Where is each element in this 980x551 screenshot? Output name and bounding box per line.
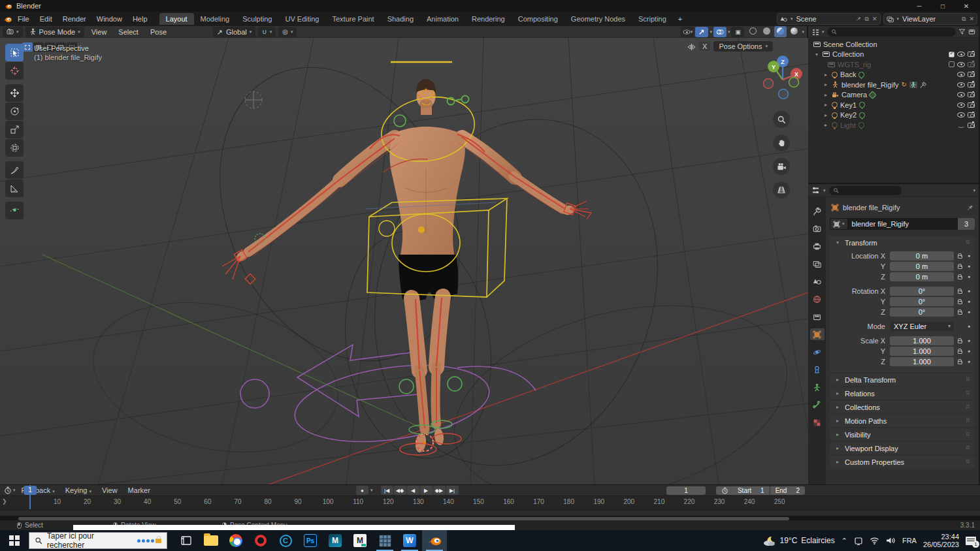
tab-texture-paint[interactable]: Texture Paint <box>325 13 380 25</box>
location-y-input[interactable]: 0 m <box>890 262 954 271</box>
animate-dot[interactable]: ● <box>966 324 972 328</box>
add-workspace-button[interactable]: + <box>673 13 687 25</box>
scale-z-input[interactable]: 1.000 <box>890 357 954 366</box>
new-viewlayer-icon[interactable]: ⧉ <box>962 16 966 23</box>
show-object-types-dropdown[interactable]: ▾ <box>681 27 694 37</box>
expand-arrow-icon[interactable]: ❯ <box>2 498 7 505</box>
tab-texture[interactable] <box>810 417 825 428</box>
scene-selector[interactable]: ▾ Scene 📌︎ ⧉ ✕ <box>777 13 881 25</box>
users-count-button[interactable]: 3 <box>958 218 975 230</box>
start-button[interactable] <box>0 530 29 551</box>
lock-icon[interactable] <box>958 311 962 315</box>
rotation-z-input[interactable]: 0° <box>890 307 954 317</box>
pose-mode-badge-icon[interactable] <box>909 82 917 88</box>
volume-icon[interactable] <box>886 537 896 544</box>
perspective-toggle-icon[interactable] <box>773 181 790 198</box>
viewport-canvas[interactable]: Z Y X <box>0 38 808 484</box>
lock-icon[interactable] <box>958 291 962 294</box>
show-hidden-icons-chevron[interactable]: ⌃ <box>841 537 847 545</box>
tool-transform[interactable] <box>5 139 24 157</box>
outliner-search-input[interactable] <box>827 27 956 37</box>
expand-arrow-icon[interactable]: ▾ <box>813 52 820 57</box>
expand-arrow-icon[interactable]: ▸ <box>823 72 829 78</box>
rotation-x-input[interactable]: 0° <box>890 287 954 296</box>
shading-material-button[interactable] <box>774 26 787 37</box>
select-mode-set[interactable] <box>22 42 33 52</box>
task-view-button[interactable] <box>174 530 199 551</box>
tool-move[interactable] <box>5 84 24 102</box>
tool-measure[interactable] <box>5 180 24 197</box>
collection-checkbox[interactable] <box>949 52 955 57</box>
tab-object-data[interactable] <box>810 381 825 393</box>
menu-marker[interactable]: Marker <box>123 486 155 494</box>
shading-wireframe-button[interactable] <box>747 26 759 37</box>
outliner-row-key1[interactable]: ▸ Key1 <box>808 100 979 110</box>
zoom-icon[interactable] <box>773 111 790 128</box>
play-reverse-button[interactable]: ◀ <box>407 486 419 495</box>
m-app-button[interactable]: M <box>348 530 372 551</box>
end-frame-input[interactable]: End2 <box>770 486 805 495</box>
menu-view[interactable]: View <box>87 27 112 37</box>
overlays-dropdown[interactable]: ▾ <box>728 29 730 35</box>
tab-view-layer[interactable] <box>810 258 825 270</box>
light-data-icon[interactable] <box>858 71 866 79</box>
menu-window[interactable]: Window <box>91 14 127 24</box>
timeline-track[interactable] <box>0 510 980 516</box>
lock-icon[interactable] <box>958 361 962 364</box>
menu-keying[interactable]: Keying ▾ <box>61 486 96 494</box>
tool-select-box[interactable] <box>5 44 24 61</box>
render-visibility-icon[interactable] <box>968 72 975 77</box>
taskbar-clock[interactable]: 23:44 26/05/2023 <box>923 533 959 548</box>
render-visibility-icon[interactable] <box>968 92 975 97</box>
timeline-ruler[interactable]: 1102030405060708090100110120130140150160… <box>0 496 980 510</box>
menu-edit[interactable]: Edit <box>35 14 57 24</box>
outliner-display-mode-icon[interactable] <box>811 28 819 36</box>
outliner-row-rigify[interactable]: ▸ blender file_Rigify ↻ <box>808 80 979 90</box>
viewport-3d[interactable]: ▾ Pose Mode ▾ View Select Pose Global ▾ … <box>0 26 808 484</box>
animate-dot[interactable]: ● <box>966 253 972 258</box>
pan-hand-icon[interactable] <box>773 134 790 151</box>
expand-arrow-icon[interactable]: ▸ <box>823 102 829 108</box>
tab-render[interactable] <box>810 223 825 234</box>
pin-icon[interactable]: 📌︎ <box>856 16 862 22</box>
scale-x-input[interactable]: 1.000 <box>890 336 954 345</box>
expand-arrow-icon[interactable]: ▸ <box>823 112 829 118</box>
lock-icon[interactable] <box>958 340 962 343</box>
show-gizmo-toggle[interactable] <box>695 27 708 37</box>
new-collection-icon[interactable] <box>968 28 975 35</box>
tab-layout[interactable]: Layout <box>159 13 194 25</box>
start-frame-input[interactable]: Start1 <box>716 486 770 495</box>
weather-widget[interactable]: 19°CEclaircies <box>763 535 835 546</box>
menu-select[interactable]: Select <box>114 27 143 37</box>
transform-panel-header[interactable]: ▾Transform⠿ <box>830 236 975 249</box>
tab-scripting[interactable]: Scripting <box>632 13 673 25</box>
opera-button[interactable] <box>248 530 273 551</box>
calculator-button[interactable] <box>372 530 397 551</box>
render-visibility-icon[interactable] <box>968 102 975 108</box>
tablet-device-icon[interactable] <box>854 537 863 545</box>
maya-button[interactable]: M <box>323 530 348 551</box>
file-explorer-button[interactable] <box>199 530 223 551</box>
playhead-frame-badge[interactable]: 1 <box>24 486 37 495</box>
taskbar-search-input[interactable]: Taper ici pour rechercher <box>29 532 167 549</box>
notification-center-button[interactable]: 1 <box>966 537 976 545</box>
play-button[interactable]: ▶ <box>420 486 433 495</box>
expand-arrow-icon[interactable]: ▸ <box>823 92 829 98</box>
animate-dot[interactable]: ● <box>966 349 972 353</box>
timeline-editor-icon[interactable] <box>4 486 12 494</box>
hide-eye-icon[interactable] <box>957 102 965 108</box>
object-name-input[interactable]: blender file_Rigify <box>847 218 958 230</box>
close-icon[interactable]: ✕ <box>872 16 877 22</box>
outliner-row-key2[interactable]: ▸ Key2 <box>808 110 979 121</box>
minimize-button[interactable]: ─ <box>909 3 929 10</box>
tab-animation[interactable]: Animation <box>420 13 465 25</box>
render-visibility-icon[interactable] <box>968 62 975 67</box>
panel-custom-properties[interactable]: ▸Custom Properties⠿ <box>830 456 975 468</box>
panel-relations[interactable]: ▸Relations⠿ <box>830 387 975 400</box>
gizmo-dropdown[interactable]: ▾ <box>710 29 712 35</box>
blender-menu-icon[interactable] <box>3 14 12 24</box>
shading-rendered-button[interactable] <box>788 26 800 37</box>
animate-dot[interactable]: ● <box>966 309 972 314</box>
tab-physics[interactable] <box>810 346 825 358</box>
animate-dot[interactable]: ● <box>966 338 972 343</box>
